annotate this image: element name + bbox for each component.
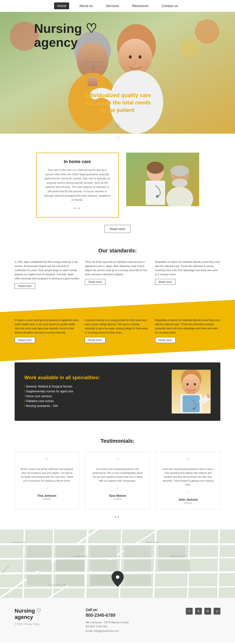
care-section: In home care Day care is the care of a c… (0, 143, 235, 222)
svg-point-35 (193, 408, 195, 410)
svg-point-15 (139, 55, 141, 59)
testimonial-role-1: (client) (20, 498, 74, 500)
testimonial-name-3: John Jackson (161, 498, 215, 502)
svg-point-20 (147, 162, 164, 174)
diagonal-section: In Japan a nurse could go on to become a… (0, 306, 235, 355)
social-facebook-icon[interactable]: f (186, 608, 193, 614)
nav-resources[interactable]: Resources (129, 2, 151, 9)
hero-subtitle: Individualized quality care that meets t… (0, 92, 235, 114)
map-section: GROVE DRIVE SURREY ROAD FRANK ROAD FIRST… (0, 530, 235, 598)
care-card: In home care Day care is the care of a c… (36, 152, 119, 218)
care-card-dots: ••• (44, 206, 111, 211)
testimonial-card-1: " All the nurses and all the staff that … (15, 452, 79, 510)
svg-point-3 (180, 39, 200, 58)
map-svg: GROVE DRIVE SURREY ROAD FRANK ROAD FIRST… (0, 530, 235, 598)
standards-section: Our standards: In 1992 Japan established… (0, 240, 235, 301)
nav-services[interactable]: Services (103, 2, 122, 9)
svg-point-2 (195, 19, 219, 44)
social-linkedin-icon[interactable]: in (204, 608, 211, 614)
diagonal-item-2: A person could go to a nursing school fo… (85, 318, 150, 343)
testimonial-text-2: Our home is an outstanding person and pr… (90, 467, 145, 483)
diagonal-read-more-2[interactable]: Read more (85, 337, 105, 343)
hero-heart: ♡ (86, 22, 97, 36)
footer-address-2: ROSNY 7018 TAS (86, 624, 149, 629)
testimonial-nav-dots[interactable]: •• (15, 514, 220, 520)
diagonal-text-3: Regardless of where the individual atten… (155, 318, 220, 335)
nav-contact[interactable]: Contact us (159, 2, 181, 9)
svg-rect-58 (90, 560, 117, 571)
svg-point-72 (116, 575, 119, 579)
svg-rect-54 (124, 546, 151, 558)
svg-rect-61 (27, 575, 51, 586)
section-heart: ♡ (0, 135, 235, 142)
care-card-text: Day care is the care of a child during t… (44, 168, 111, 202)
care-read-more-button[interactable]: Read more (104, 225, 130, 233)
diagonal-read-more-3[interactable]: Read more (155, 337, 176, 343)
svg-rect-64 (124, 575, 151, 586)
testimonial-name-2: Sara Nelson (90, 494, 145, 498)
quote-close-3: " (161, 490, 215, 496)
specialities-nurse-image (172, 370, 211, 414)
testimonials-grid: " All the nurses and all the staff that … (15, 452, 220, 510)
spec-item-5: Nursing assistants – AIN (24, 404, 100, 408)
svg-rect-60 (158, 560, 190, 571)
testimonial-role-2: (client) (90, 498, 145, 500)
footer-call-label: Call us: (86, 608, 149, 612)
standard-text-2: There are three ways that an individual … (85, 260, 150, 276)
footer-phone[interactable]: 800-2345-6789 (86, 613, 149, 618)
spec-item-2: Supplementary nurses for aged care (24, 389, 100, 394)
footer-address-1: We Company - 2678 Manners Road (86, 620, 149, 625)
footer-copyright: © 2015 | Privacy Policy (15, 623, 78, 626)
svg-point-14 (129, 55, 132, 59)
diagonal-content: In Japan a nurse could go on to become a… (0, 311, 235, 350)
svg-point-24 (170, 166, 189, 176)
svg-text:SURREY ROAD: SURREY ROAD (73, 555, 87, 557)
social-twitter-icon[interactable]: y (213, 608, 220, 614)
testimonial-card-2: " Our home is an outstanding person and … (85, 452, 150, 510)
specialities-section: Work available in all specialities: Gene… (15, 362, 220, 421)
care-card-title: In home care (44, 159, 111, 164)
svg-rect-57 (56, 560, 84, 571)
specialities-list: General, Medical & Surgical Nurses Suppl… (24, 384, 100, 408)
testimonials-section: Testimonials: " All the nurses and all t… (0, 428, 235, 530)
diagonal-read-more-1[interactable]: Read more (15, 337, 35, 343)
hero-bottom-heart: ♡ (115, 122, 120, 129)
standard-read-more-1[interactable]: Read more (15, 283, 35, 289)
svg-text:FIRST FLATROAD: FIRST FLATROAD (170, 555, 187, 557)
standard-read-more-3[interactable]: Read more (155, 279, 176, 285)
nav-home[interactable]: Home (54, 2, 69, 9)
diagonal-text-2: A person could go to a nursing school fo… (85, 318, 150, 335)
quote-open-3: " (161, 456, 215, 465)
footer-contact: Call us: 800-2345-6789 We Company - 2678… (86, 608, 149, 633)
footer-social: f & in y (157, 608, 220, 614)
testimonial-name-1: Tina Johnson (20, 494, 74, 498)
quote-close-1: " (20, 486, 74, 492)
spec-item-3: Home care services (24, 394, 100, 399)
svg-point-25 (172, 179, 187, 188)
care-image-inner (126, 152, 199, 206)
hero-title-line2: agency (34, 35, 78, 50)
hero-section: Nursing ♡ agency Individualized quality … (0, 12, 235, 134)
read-more-wrapper: Read more (0, 225, 235, 233)
standard-text-3: Regardless of where the individual atten… (155, 260, 220, 276)
standard-read-more-2[interactable]: Read more (85, 279, 105, 285)
testimonial-role-3: (client) (161, 502, 215, 504)
hero-title: Nursing ♡ agency (34, 22, 97, 50)
footer-email[interactable]: Email: info@greetsnow.com (86, 629, 149, 633)
specialities-title: Work available in all specialities: (24, 375, 100, 380)
svg-text:BELVEDERE ROAD: BELVEDERE ROAD (49, 584, 67, 586)
specialities-content: Work available in all specialities: Gene… (24, 375, 100, 408)
footer-brand-heart: ♡ (36, 608, 41, 614)
svg-rect-51 (27, 546, 51, 558)
standards-title: Our standards: (15, 248, 220, 254)
svg-point-9 (91, 67, 94, 71)
nav-about[interactable]: About us (77, 2, 96, 9)
svg-point-22 (156, 195, 159, 198)
navigation: Home About us Services Resources Contact… (0, 0, 235, 12)
svg-rect-56 (27, 560, 51, 571)
svg-text:FRANK ROAD: FRANK ROAD (146, 541, 159, 544)
svg-rect-53 (90, 546, 117, 558)
social-gplus-icon[interactable]: & (195, 608, 202, 614)
svg-text:GROVE DRIVE: GROVE DRIVE (12, 541, 26, 544)
quote-open-2: " (90, 456, 145, 465)
